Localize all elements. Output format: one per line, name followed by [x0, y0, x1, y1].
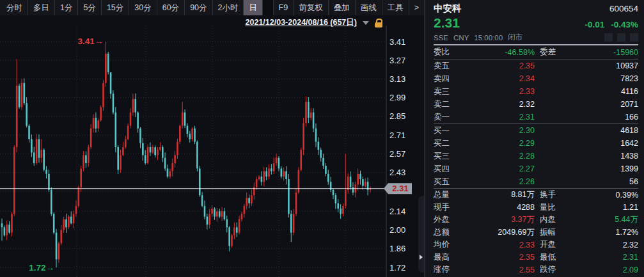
stock-code: 600654 [609, 4, 638, 13]
price-axis-label: 2.43 [389, 168, 405, 177]
chart-area[interactable]: 2021/12/03-2024/08/16 (657日) 3.413.273.1… [0, 15, 424, 277]
tab-60min[interactable]: 60分 [157, 0, 185, 15]
price-axis-label: 3.13 [389, 74, 405, 84]
draw-line-button[interactable]: 画线 [356, 0, 382, 15]
period-toolbar: 分时 多日 1分 5分 15分 30分 60分 90分 2小时 日 F9 前复权… [0, 0, 424, 15]
tab-1min[interactable]: 1分 [55, 0, 78, 15]
tab-15min[interactable]: 15分 [102, 0, 129, 15]
candle-body [302, 123, 304, 150]
market-status-row: SSE CNY 15:00:00 闭市 [434, 32, 638, 43]
candle-body [236, 227, 238, 232]
tab-timeline[interactable]: 分时 [1, 0, 28, 15]
candle-body [261, 177, 263, 182]
candle-body [95, 118, 97, 129]
candle-body [265, 171, 267, 177]
ask-row-3[interactable]: 卖三 2.33 4116 [434, 85, 638, 98]
candle-body [196, 142, 198, 169]
f9-button[interactable]: F9 [274, 0, 294, 15]
date-range-row: 2021/12/03-2024/08/16 (657日) [0, 17, 382, 28]
tab-daily[interactable]: 日 [244, 0, 263, 15]
candle-body [295, 193, 297, 214]
overlay-button[interactable]: 叠加 [329, 0, 356, 15]
candle-body [21, 83, 23, 107]
candle-body [51, 190, 52, 214]
candle-body [36, 139, 38, 163]
tab-30min[interactable]: 30分 [129, 0, 157, 15]
toolbar-more-button[interactable]: > [409, 0, 424, 15]
current-price-tag-label: 2.31 [392, 184, 408, 193]
period-dropdown-box[interactable] [263, 0, 274, 15]
stat-row-avg-open: 均价 2.33 开盘 2.32 [434, 239, 638, 251]
candle-body [305, 102, 307, 123]
date-range-label[interactable]: 2021/12/03-2024/08/16 (657日) [246, 17, 357, 28]
candle-body [228, 227, 230, 246]
tools-button[interactable]: 工具 [382, 0, 409, 15]
panel-collapse-handle[interactable] [418, 196, 424, 273]
adjust-mode-button[interactable]: 前复权 [294, 0, 329, 15]
bid-row-2[interactable]: 买二 2.29 1642 [434, 137, 638, 150]
candle-body [208, 214, 210, 225]
candle-body [171, 163, 173, 171]
candle-body [231, 235, 233, 246]
quote-panel: 中安科 600654 2.31 -0.01-0.43% SSE CNY 15:0… [425, 0, 644, 277]
candle-body [68, 217, 70, 228]
price-change-pct: -0.43% [611, 20, 638, 29]
candle-body [43, 150, 45, 170]
candle-body [117, 147, 119, 170]
tab-5min[interactable]: 5分 [78, 0, 101, 15]
candle-body [45, 170, 47, 174]
ask-row-1[interactable]: 卖一 2.31 166 [434, 111, 638, 123]
candle-body [78, 187, 80, 206]
candle-body [167, 168, 169, 177]
candle-body [308, 102, 310, 118]
lock-icon[interactable] [375, 19, 382, 28]
bid-row-1[interactable]: 买一 2.30 4618 [434, 124, 638, 137]
candle-body [350, 177, 352, 187]
candle-body [73, 214, 75, 223]
candle-body [293, 214, 295, 232]
candle-body [276, 158, 278, 163]
price-axis-label: 2.14 [389, 207, 405, 216]
mini-button-1[interactable] [604, 33, 613, 42]
candle-body [105, 54, 107, 83]
candle-body [357, 174, 359, 185]
chevron-down-icon[interactable] [363, 21, 369, 25]
mini-button-3[interactable] [630, 33, 638, 42]
tab-multiday[interactable]: 多日 [28, 0, 55, 15]
ask-row-5[interactable]: 卖五 2.35 10937 [434, 59, 638, 72]
stat-row-limit: 涨停 2.55 跌停 2.09 [434, 264, 638, 276]
tab-2hour[interactable]: 2小时 [213, 0, 244, 15]
candle-body [6, 225, 8, 235]
high-annotation: 3.41→ [78, 36, 104, 46]
candle-body [145, 155, 146, 164]
tab-90min[interactable]: 90分 [185, 0, 212, 15]
candle-body [359, 174, 361, 179]
candle-body [325, 166, 327, 174]
candle-body [268, 168, 270, 177]
low-annotation: 1.72→ [29, 263, 54, 273]
candle-body [315, 129, 317, 142]
mini-button-2[interactable] [617, 33, 625, 42]
candle-body [41, 150, 43, 158]
candle-body [60, 230, 62, 244]
candle-body [207, 217, 208, 225]
candlestick-chart[interactable]: 3.413.273.132.992.852.712.572.432.292.14… [0, 15, 424, 277]
ask-row-2[interactable]: 卖二 2.32 2071 [434, 98, 638, 111]
candle-body [82, 155, 84, 169]
candle-body [115, 113, 117, 147]
candle-body [127, 126, 129, 139]
candle-body [352, 187, 354, 193]
bid-row-4[interactable]: 买四 2.27 1399 [434, 162, 638, 175]
candle-body [154, 147, 156, 155]
ask-row-4[interactable]: 卖四 2.34 7823 [434, 72, 638, 85]
candle-body [258, 177, 260, 179]
candle-body [342, 206, 344, 214]
candle-body [288, 179, 290, 214]
bid-row-5[interactable]: 买五 2.26 56 [434, 175, 638, 188]
candle-body [189, 134, 191, 139]
bid-row-3[interactable]: 买三 2.28 1438 [434, 150, 638, 162]
candle-body [159, 147, 161, 150]
candle-body [335, 195, 337, 203]
candle-body [139, 129, 141, 143]
candle-body [320, 150, 322, 158]
